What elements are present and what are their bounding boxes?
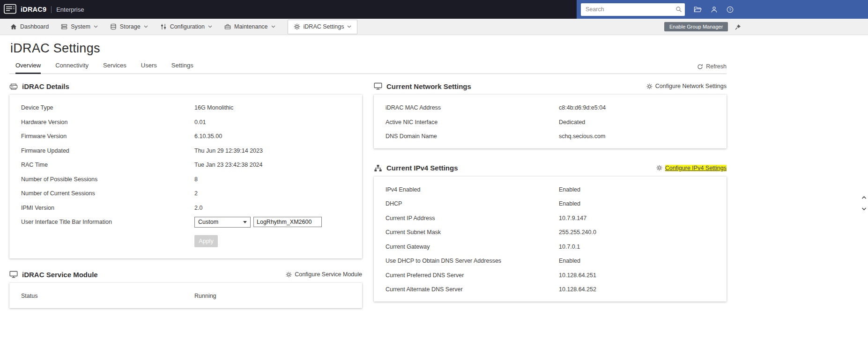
- gear-icon: [294, 23, 300, 30]
- network-tree-icon: [374, 164, 382, 172]
- row-label: Hardware Version: [21, 119, 194, 125]
- row-label: IPMI Version: [21, 205, 194, 211]
- toolbox-icon: [224, 23, 231, 30]
- enable-group-manager-button[interactable]: Enable Group Manager: [664, 22, 728, 31]
- configure-network-settings-link[interactable]: Configure Network Settings: [646, 83, 727, 89]
- row-label: DNS Domain Name: [386, 133, 559, 140]
- row-label: Number of Possible Sessions: [21, 176, 194, 183]
- detail-row: DNS Domain Nameschq.secious.com: [374, 129, 727, 144]
- row-label: Current Gateway: [386, 243, 559, 250]
- row-label: RAC Time: [21, 162, 194, 168]
- nav-system[interactable]: System: [61, 19, 98, 35]
- monitor-icon: [9, 271, 18, 278]
- card-title: iDRAC Service Module: [22, 271, 98, 279]
- tab-connectivity[interactable]: Connectivity: [55, 62, 89, 74]
- card-service-module: iDRAC Service Module Configure Service M…: [9, 266, 362, 308]
- folder-icon[interactable]: [694, 6, 702, 13]
- title-bar-mode-select[interactable]: Custom: [194, 217, 251, 228]
- row-value: Dedicated: [559, 119, 585, 125]
- row-label: Device Type: [21, 104, 194, 111]
- detail-row: Hardware Version0.01: [9, 115, 362, 130]
- card-title: iDRAC Details: [22, 82, 69, 90]
- home-icon: [10, 23, 17, 30]
- pin-icon[interactable]: [734, 23, 742, 30]
- apply-button[interactable]: Apply: [194, 235, 218, 247]
- row-label: Active NIC Interface: [386, 119, 559, 125]
- detail-row: Current Gateway10.7.0.1: [374, 240, 727, 254]
- search-input[interactable]: [581, 6, 673, 13]
- row-value: Enabled: [559, 186, 580, 193]
- tab-overview[interactable]: Overview: [15, 62, 41, 74]
- row-label: Current Alternate DNS Server: [386, 286, 559, 293]
- detail-row: DHCPEnabled: [374, 197, 727, 211]
- row-value: Tue Jan 23 23:42:38 2024: [194, 162, 263, 168]
- header-right-section: ?: [577, 0, 868, 19]
- card-header: iDRAC Service Module Configure Service M…: [9, 266, 362, 283]
- card-header: iDRAC Details: [9, 78, 362, 95]
- nav-label: Storage: [120, 23, 141, 30]
- title-bar-row: User Interface Title Bar Information Cus…: [9, 215, 362, 229]
- row-label: Firmware Updated: [21, 148, 194, 154]
- gear-icon: [656, 165, 662, 171]
- select-value: Custom: [198, 219, 218, 225]
- card-header: Current IPv4 Settings Configure IPv4 Set…: [374, 160, 727, 177]
- nav-label: Configuration: [170, 23, 205, 30]
- scroll-up-button[interactable]: [861, 196, 867, 199]
- server-icon: [61, 23, 67, 30]
- configure-ipv4-settings-link[interactable]: Configure IPv4 Settings: [656, 165, 727, 171]
- help-icon[interactable]: ?: [727, 6, 734, 13]
- action-label: Configure Network Settings: [655, 83, 727, 89]
- search-box: [581, 3, 685, 16]
- row-label: Use DHCP to Obtain DNS Server Addresses: [386, 258, 559, 264]
- title-bar-text-input[interactable]: [253, 217, 322, 227]
- card-panel: IPv4 EnabledEnabled DHCPEnabled Current …: [374, 177, 727, 302]
- detail-row: StatusRunning: [9, 289, 362, 303]
- detail-row: Number of Possible Sessions8: [9, 172, 362, 187]
- row-value: 16G Monolithic: [194, 104, 233, 111]
- card-header: Current Network Settings Configure Netwo…: [374, 78, 727, 95]
- refresh-button[interactable]: Refresh: [697, 63, 727, 70]
- chevron-down-icon: [271, 25, 275, 28]
- row-value: 10.128.64.251: [559, 272, 596, 279]
- nav-maintenance[interactable]: Maintenance: [224, 19, 275, 35]
- scroll-down-button[interactable]: [861, 207, 867, 211]
- tab-settings[interactable]: Settings: [171, 62, 193, 74]
- row-value: 8: [194, 176, 198, 183]
- gear-icon: [646, 83, 653, 89]
- top-header: iDRAC9 Enterprise ?: [0, 0, 868, 19]
- detail-row: IPv4 EnabledEnabled: [374, 183, 727, 197]
- row-value: 0.01: [194, 119, 206, 125]
- card-panel: StatusRunning: [9, 283, 362, 308]
- nav-storage[interactable]: Storage: [110, 19, 148, 35]
- scroll-widget: [861, 196, 867, 211]
- row-label: iDRAC MAC Address: [386, 104, 559, 111]
- card-title: Current Network Settings: [386, 82, 471, 90]
- row-value: 10.128.64.252: [559, 286, 596, 293]
- row-label: Current Subnet Mask: [386, 229, 559, 236]
- page-title: iDRAC Settings: [10, 41, 727, 56]
- nav-label: iDRAC Settings: [304, 23, 344, 30]
- detail-row: Device Type16G Monolithic: [9, 101, 362, 115]
- select-caret-icon: [243, 221, 247, 223]
- search-icon[interactable]: [673, 6, 685, 13]
- content-grid: iDRAC Details Device Type16G Monolithic …: [9, 78, 727, 308]
- nav-dashboard[interactable]: Dashboard: [10, 19, 49, 35]
- nav-idrac-settings[interactable]: iDRAC Settings: [288, 20, 358, 34]
- nav-configuration[interactable]: Configuration: [160, 19, 212, 35]
- page-container: iDRAC Settings Overview Connectivity Ser…: [0, 41, 731, 308]
- row-value: 10.7.0.1: [559, 243, 580, 250]
- card-network-settings: Current Network Settings Configure Netwo…: [374, 78, 727, 148]
- chevron-down-icon: [208, 25, 212, 28]
- configure-service-module-link[interactable]: Configure Service Module: [286, 271, 362, 278]
- detail-row: Use DHCP to Obtain DNS Server AddressesE…: [374, 254, 727, 268]
- svg-text:?: ?: [729, 7, 731, 12]
- tab-users[interactable]: Users: [141, 62, 157, 74]
- row-label: Current IP Address: [386, 215, 559, 221]
- detail-row: Current Subnet Mask255.255.240.0: [374, 225, 727, 240]
- right-column: Current Network Settings Configure Netwo…: [374, 78, 727, 302]
- idrac-logo: [4, 4, 16, 15]
- nav-label: Maintenance: [234, 23, 268, 30]
- tab-services[interactable]: Services: [103, 62, 126, 74]
- detail-row: Current Preferred DNS Server10.128.64.25…: [374, 268, 727, 283]
- user-icon[interactable]: [711, 6, 718, 13]
